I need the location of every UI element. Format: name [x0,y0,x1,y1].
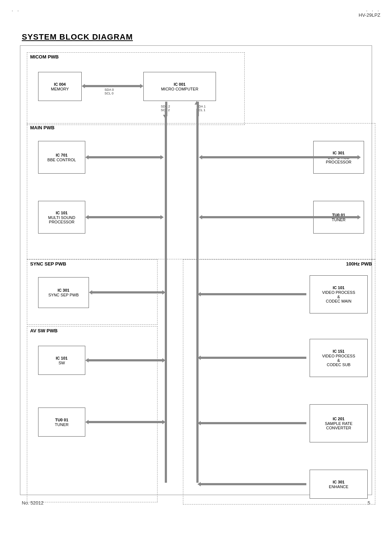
ic101-hz-box: IC 101 VIDEO PROCESS&CODEC MAIN [310,275,368,313]
page-header: . . . . . HV-29LPZ [0,0,392,18]
ic004-box: IC 004 MEMORY [38,72,82,101]
arrow-up-sda1 [195,101,199,105]
diagram-inner: MICOM PWB IC 004 MEMORY IC 001 MICRO COM… [27,52,365,488]
ic301-syncsep-name: SYNC SEP PWB [48,293,79,297]
ic101-main-name: MULTI SOUNDPROCESSOR [48,215,75,224]
ic701-num: IC 701 [56,153,68,157]
page-title: SYSTEM BLOCK DIAGRAM [22,32,133,41]
main-connector-ic101 [88,216,161,218]
ic701-name: BBE CONTROL [48,158,76,162]
dots-right: . . . [366,7,380,12]
ic301-hz-name: ENHANCE [329,485,348,489]
micom-section: MICOM PWB IC 004 MEMORY IC 001 MICRO COM… [27,52,245,125]
main-label: MAIN PWB [27,123,375,132]
avsw-section: AV SW PWB IC 101 SW TU0 01 TUNER [27,326,158,502]
avsw-connector-ic101 [88,359,163,361]
model-label: HV-29LPZ [359,12,380,18]
ic151-hz-box: IC 151 VIDEO PROCESS&CODEC SUB [310,339,368,377]
ic301-syncsep-box: IC 301 SYNC SEP PWB [38,277,89,308]
main-connector-tu001 [202,216,358,218]
ic201-hz-name: SAMPLE RATECONVERTER [325,421,352,430]
syncsep-section: SYNC SEP PWB IC 301 SYNC SEP PWB [27,259,158,325]
title-area: SYSTEM BLOCK DIAGRAM [0,18,392,45]
ic101-main-box: IC 101 MULTI SOUNDPROCESSOR [38,201,85,234]
ic101-avsw-name: SW [58,361,65,365]
ic151-hz-name: VIDEO PROCESS&CODEC SUB [322,354,355,367]
hz-connector-ic301 [200,483,306,485]
syncsep-connector [92,291,163,293]
hz-connector-ic101 [200,293,306,295]
avsw-label: AV SW PWB [27,327,157,335]
micom-connector-1 [85,85,140,87]
hz100-label: 100Hz PWB [183,260,375,268]
ic101-hz-num: IC 101 [333,285,344,290]
avsw-connector-tu001 [88,421,163,423]
ic101-main-num: IC 101 [56,211,68,215]
ic101-avsw-box: IC 101 SW [38,346,85,375]
diagram-outer: MICOM PWB IC 004 MEMORY IC 001 MICRO COM… [20,45,372,495]
ic301-syncsep-num: IC 301 [58,288,69,292]
micom-label: MICOM PWB [27,53,244,61]
tu001-avsw-name: TUNER [55,422,69,427]
ic004-name: MEMORY [51,87,69,91]
main-section: MAIN PWB IC 701 BBE CONTROL IC 301 DEF &… [27,123,375,259]
tu001-avsw-num: TU0 01 [55,418,68,422]
dots-left: . . [12,7,20,18]
ic001-num: IC 001 [174,82,185,86]
hz100-section: 100Hz PWB IC 101 VIDEO PROCESS&CODEC MAI… [183,259,375,505]
ic101-avsw-num: IC 101 [56,356,68,360]
ic701-box: IC 701 BBE CONTROL [38,141,85,174]
bus-sda0: SDA 0SCL 0 [105,88,114,95]
ic004-num: IC 004 [54,82,66,86]
main-connector-ic301 [202,156,358,158]
ic101-hz-name: VIDEO PROCESS&CODEC MAIN [322,290,355,303]
ic151-hz-num: IC 151 [333,349,344,353]
tu001-avsw-box: TU0 01 TUNER [38,408,85,437]
ic201-hz-num: IC 201 [333,417,344,421]
syncsep-label: SYNC SEP PWB [27,260,157,268]
main-connector-ic701 [88,156,161,158]
ic201-hz-box: IC 201 SAMPLE RATECONVERTER [310,404,368,442]
ic001-name: MICRO COMPUTER [161,87,199,91]
ic301-hz-num: IC 301 [333,480,344,484]
ic301-hz-box: IC 301 ENHANCE [310,470,368,499]
ic001-box: IC 001 MICRO COMPUTER [143,72,216,101]
hz-connector-ic151 [200,357,306,359]
ic301-main-num: IC 301 [333,151,344,155]
hz-connector-ic201 [200,422,306,424]
